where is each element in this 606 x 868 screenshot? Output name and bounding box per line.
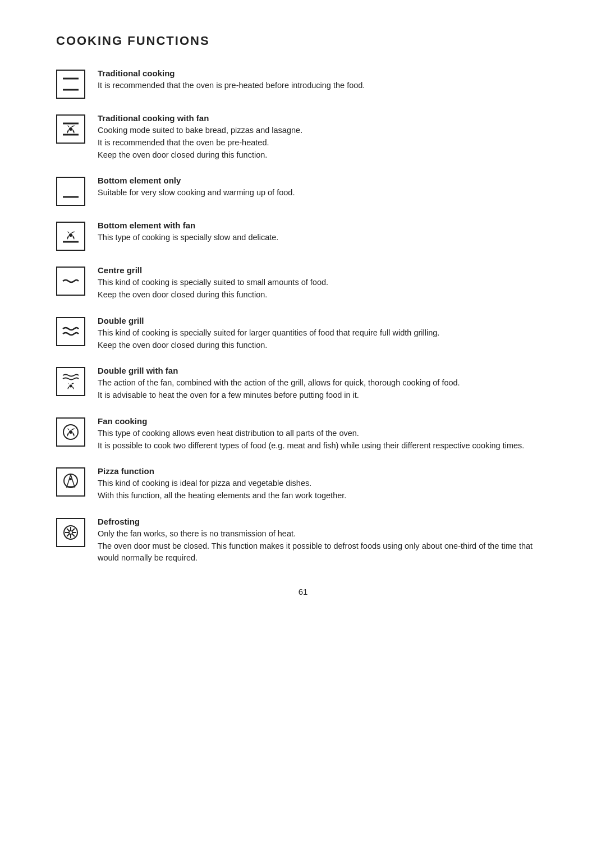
traditional-cooking-fan-title: Traditional cooking with fan <box>98 113 302 123</box>
traditional-cooking-desc: It is recommended that the oven is pre-h… <box>98 80 365 92</box>
function-item-fan-cooking: Fan cookingThis type of cooking allows e… <box>56 416 550 452</box>
fan-cooking-title: Fan cooking <box>98 416 524 426</box>
double-grill-desc: This kind of cooking is specially suited… <box>98 327 439 352</box>
double-grill-fan-title: Double grill with fan <box>98 366 460 375</box>
centre-grill-desc: This kind of cooking is specially suited… <box>98 277 328 301</box>
double-grill-icon <box>56 317 85 346</box>
traditional-cooking-fan-desc: Cooking mode suited to bake bread, pizza… <box>98 125 302 161</box>
function-item-traditional-cooking: Traditional cookingIt is recommended tha… <box>56 68 550 99</box>
function-item-double-grill: Double grillThis kind of cooking is spec… <box>56 316 550 352</box>
pizza-function-icon <box>56 467 85 497</box>
double-grill-fan-text: Double grill with fanThe action of the f… <box>98 366 460 402</box>
function-item-defrosting: DefrostingOnly the fan works, so there i… <box>56 517 550 564</box>
fan-cooking-desc: This type of cooking allows even heat di… <box>98 428 524 452</box>
functions-list: Traditional cookingIt is recommended tha… <box>56 68 550 564</box>
bottom-element-fan-icon <box>56 222 85 251</box>
centre-grill-icon <box>56 267 85 296</box>
pizza-function-text: Pizza functionThis kind of cooking is id… <box>98 466 346 502</box>
fan-cooking-text: Fan cookingThis type of cooking allows e… <box>98 416 524 452</box>
bottom-element-only-title: Bottom element only <box>98 176 295 185</box>
function-item-bottom-element-fan: Bottom element with fanThis type of cook… <box>56 221 550 251</box>
traditional-cooking-fan-text: Traditional cooking with fanCooking mode… <box>98 113 302 161</box>
double-grill-fan-desc: The action of the fan, combined with the… <box>98 377 460 402</box>
centre-grill-title: Centre grill <box>98 265 328 275</box>
bottom-element-fan-text: Bottom element with fanThis type of cook… <box>98 221 278 244</box>
page-number: 61 <box>56 587 550 596</box>
traditional-cooking-fan-icon <box>56 114 85 144</box>
double-grill-text: Double grillThis kind of cooking is spec… <box>98 316 439 352</box>
bottom-element-only-desc: Suitable for very slow cooking and warmi… <box>98 187 295 199</box>
traditional-cooking-title: Traditional cooking <box>98 68 365 78</box>
pizza-function-desc: This kind of cooking is ideal for pizza … <box>98 477 346 502</box>
pizza-function-title: Pizza function <box>98 466 346 476</box>
function-item-pizza-function: Pizza functionThis kind of cooking is id… <box>56 466 550 502</box>
bottom-element-only-text: Bottom element onlySuitable for very slo… <box>98 176 295 199</box>
fan-cooking-icon <box>56 417 85 447</box>
double-grill-fan-icon <box>56 367 85 396</box>
defrosting-desc: Only the fan works, so there is no trans… <box>98 528 550 564</box>
double-grill-title: Double grill <box>98 316 439 325</box>
defrosting-icon <box>56 518 85 547</box>
bottom-element-fan-title: Bottom element with fan <box>98 221 278 230</box>
function-item-double-grill-fan: Double grill with fanThe action of the f… <box>56 366 550 402</box>
defrosting-text: DefrostingOnly the fan works, so there i… <box>98 517 550 564</box>
function-item-traditional-cooking-fan: Traditional cooking with fanCooking mode… <box>56 113 550 161</box>
function-item-bottom-element-only: Bottom element onlySuitable for very slo… <box>56 176 550 206</box>
defrosting-title: Defrosting <box>98 517 550 526</box>
function-item-centre-grill: Centre grillThis kind of cooking is spec… <box>56 265 550 301</box>
traditional-cooking-text: Traditional cookingIt is recommended tha… <box>98 68 365 92</box>
bottom-element-fan-desc: This type of cooking is specially slow a… <box>98 232 278 244</box>
centre-grill-text: Centre grillThis kind of cooking is spec… <box>98 265 328 301</box>
traditional-cooking-icon <box>56 70 85 99</box>
page-title: COOKING FUNCTIONS <box>56 34 550 48</box>
bottom-element-only-icon <box>56 177 85 206</box>
